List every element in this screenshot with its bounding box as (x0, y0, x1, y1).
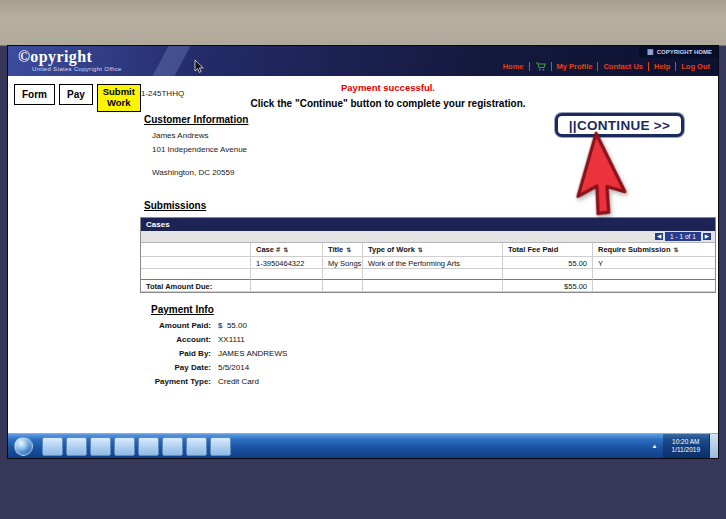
payment-row: Paid By: JAMES ANDREWS (151, 349, 287, 358)
top-nav: Home My Profile Contact Us Help Log Out (498, 62, 718, 71)
start-button[interactable] (14, 437, 33, 456)
payment-status-text: Payment successful. (158, 82, 618, 93)
taskbar-button[interactable] (186, 437, 207, 456)
cases-header-row: Case # ⇅ Title ⇅ Type of Work ⇅ Total (141, 243, 715, 257)
payment-row: Account: XX1111 (151, 335, 287, 344)
clock[interactable]: 10:20 AM 1/11/2019 (663, 434, 709, 458)
monitor-frame: ©opyright United States Copyright Office… (0, 0, 726, 519)
cart-icon[interactable] (530, 62, 552, 71)
continue-button[interactable]: ||CONTINUE >> (555, 113, 684, 137)
pagination-count: 1 - 1 of 1 (665, 232, 701, 242)
pay-date-value: 5/5/2014 (218, 363, 249, 372)
customer-info-heading: Customer Information (144, 114, 248, 125)
copyright-logo-c: © (18, 48, 30, 65)
tray-chevron-icon[interactable]: ▲ (652, 443, 658, 449)
mouse-cursor (194, 59, 205, 74)
case-type-cell: Work of the Performing Arts (363, 257, 503, 269)
column-label: Case # (256, 245, 280, 254)
amount-paid-label: Amount Paid: (151, 321, 211, 330)
taskbar-button[interactable] (90, 437, 111, 456)
taskbar-button[interactable] (210, 437, 231, 456)
copyright-home-link[interactable]: ▦ COPYRIGHT HOME (639, 46, 718, 58)
tab-pay[interactable]: Pay (59, 84, 93, 105)
payment-info-heading: Payment Info (151, 304, 287, 315)
total-row: Total Amount Due: $55.00 (141, 279, 715, 292)
payment-row: Amount Paid: $ 55.00 (151, 321, 287, 330)
sort-icon: ⇅ (346, 246, 351, 253)
copyright-logo-text: ©opyright (18, 49, 122, 65)
payment-row: Payment Type: Credit Card (151, 377, 287, 386)
payment-type-label: Payment Type: (151, 377, 211, 386)
column-label: Type of Work (368, 245, 415, 254)
case-require-submission-cell: Y (593, 257, 715, 269)
column-header-blank (141, 243, 251, 257)
header-right: ▦ COPYRIGHT HOME Home My Profile Contact… (498, 46, 718, 76)
column-header-type-of-work[interactable]: Type of Work ⇅ (363, 243, 503, 257)
account-label: Account: (151, 335, 211, 344)
step-tabs: Form Pay Submit Work (14, 84, 141, 112)
nav-my-profile[interactable]: My Profile (552, 62, 599, 71)
taskbar-button[interactable] (42, 437, 63, 456)
payment-row: Pay Date: 5/5/2014 (151, 363, 287, 372)
taskbar-button[interactable] (114, 437, 135, 456)
case-fee-cell: 55.00 (503, 257, 593, 269)
pagination-prev-button[interactable]: ◀ (655, 233, 663, 241)
column-label: Total Fee Paid (508, 245, 558, 254)
customer-info-section: Customer Information James Andrews 101 I… (144, 114, 248, 182)
total-amount-due-value: $55.00 (503, 279, 593, 292)
header-accent-stripe (149, 46, 192, 76)
pagination-next-button[interactable]: ▶ (703, 233, 711, 241)
empty-row (141, 269, 715, 279)
paid-by-label: Paid By: (151, 349, 211, 358)
copyright-home-label: COPYRIGHT HOME (657, 49, 712, 55)
copyright-logo-subtitle: United States Copyright Office (32, 66, 122, 72)
copyright-logo[interactable]: ©opyright United States Copyright Office (8, 46, 122, 76)
customer-address: 101 Independence Avenue (152, 145, 248, 154)
column-label: Title (328, 245, 343, 254)
sort-icon: ⇅ (283, 246, 288, 253)
site-header: ©opyright United States Copyright Office… (8, 46, 718, 76)
clock-date: 1/11/2019 (672, 446, 700, 454)
sort-icon: ⇅ (674, 246, 679, 253)
account-value: XX1111 (218, 335, 245, 344)
customer-name: James Andrews (152, 131, 248, 140)
case-title-cell: My Songs (323, 257, 363, 269)
tab-submit-work[interactable]: Submit Work (97, 84, 141, 112)
paid-by-value: JAMES ANDREWS (218, 349, 287, 358)
messages: Payment successful. Click the "Continue"… (158, 82, 618, 109)
page-content: Form Pay Submit Work 1-245THHQ Payment s… (8, 76, 718, 433)
customer-city: Washington, DC 20559 (152, 168, 248, 177)
column-header-title[interactable]: Title ⇅ (323, 243, 363, 257)
nav-help[interactable]: Help (649, 62, 676, 71)
taskbar-button[interactable] (66, 437, 87, 456)
system-tray: ▲ 10:20 AM 1/11/2019 (652, 434, 718, 458)
copyright-logo-rest: opyright (30, 48, 92, 65)
payment-info-section: Payment Info Amount Paid: $ 55.00 Accoun… (151, 304, 287, 391)
case-row-blank-cell (141, 257, 251, 269)
grid-icon: ▦ (647, 48, 654, 56)
tab-form[interactable]: Form (14, 84, 55, 105)
screen: ©opyright United States Copyright Office… (8, 46, 718, 458)
column-header-total-fee-paid[interactable]: Total Fee Paid (503, 243, 593, 257)
column-header-case-number[interactable]: Case # ⇅ (251, 243, 323, 257)
pay-date-label: Pay Date: (151, 363, 211, 372)
nav-contact-us[interactable]: Contact Us (598, 62, 649, 71)
instruction-text: Click the "Continue" button to complete … (158, 98, 618, 109)
case-row[interactable]: 1-3950464322 My Songs Work of the Perfor… (141, 257, 715, 269)
nav-log-out[interactable]: Log Out (676, 62, 715, 71)
sort-icon: ⇅ (418, 246, 423, 253)
total-amount-due-label: Total Amount Due: (141, 279, 251, 292)
case-number-cell: 1-3950464322 (251, 257, 323, 269)
clock-time: 10:20 AM (672, 438, 700, 446)
payment-type-value: Credit Card (218, 377, 259, 386)
taskbar: ▲ 10:20 AM 1/11/2019 (8, 433, 718, 458)
taskbar-button[interactable] (138, 437, 159, 456)
taskbar-button[interactable] (162, 437, 183, 456)
nav-home[interactable]: Home (498, 62, 530, 71)
column-label: Require Submission (598, 245, 671, 254)
taskbar-buttons (42, 437, 231, 456)
column-header-require-submission[interactable]: Require Submission ⇅ (593, 243, 715, 257)
show-desktop-button[interactable] (709, 434, 718, 458)
monitor-bezel-top (0, 0, 726, 46)
amount-paid-value: $ 55.00 (218, 321, 247, 330)
